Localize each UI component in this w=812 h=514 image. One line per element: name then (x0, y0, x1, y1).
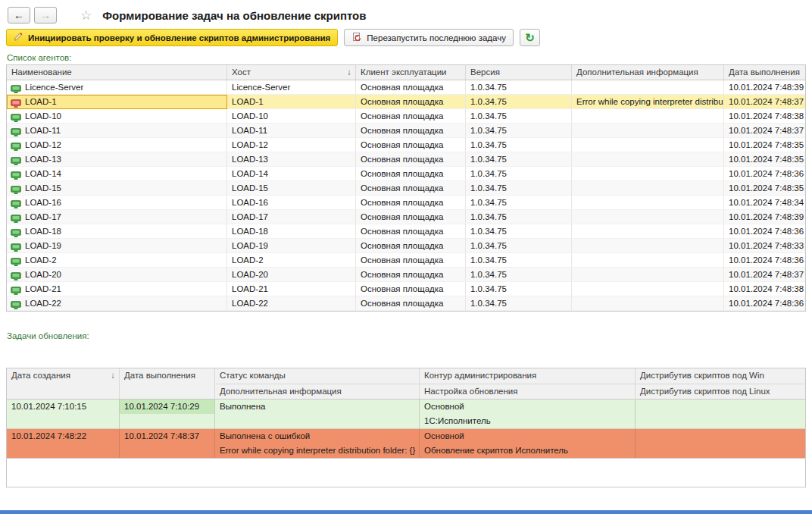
table-row[interactable]: LOAD-16 LOAD-16 Основная площадка 1.0.34… (7, 196, 805, 210)
agent-name: Licence-Server (25, 80, 83, 94)
agent-name: LOAD-11 (25, 124, 61, 137)
column-header-client[interactable]: Клиент эксплуатации (356, 65, 466, 80)
column-header-created[interactable]: Дата создания↓ (7, 368, 120, 399)
table-row[interactable]: LOAD-12 LOAD-12 Основная площадка 1.0.34… (7, 138, 805, 152)
task-row[interactable]: 10.01.2024 7:48:22 10.01.2024 7:48:37 Вы… (7, 429, 805, 459)
agent-version: 1.0.34.75 (466, 253, 572, 268)
init-update-label: Инициировать проверку и обновление скрип… (28, 33, 330, 42)
agent-host: LOAD-11 (227, 124, 356, 138)
column-header-distributives[interactable]: Дистрибутив скриптов под Win Дистрибутив… (636, 368, 805, 399)
table-row[interactable]: LOAD-13 LOAD-13 Основная площадка 1.0.34… (7, 152, 805, 167)
agent-status-icon (11, 256, 21, 265)
tasks-section-label: Задачи обновления: (7, 331, 812, 340)
task-contour: Основной (420, 400, 635, 414)
agent-host: Licence-Server (227, 80, 356, 95)
agent-status-icon (11, 98, 21, 106)
agent-version: 1.0.34.75 (466, 282, 572, 296)
agent-info (572, 167, 724, 181)
sort-desc-icon: ↓ (347, 65, 351, 80)
agent-name-cell: LOAD-21 (7, 282, 227, 296)
column-header-contour-setting[interactable]: Контур администрирования Настройка обнов… (420, 368, 636, 399)
table-row[interactable]: LOAD-15 LOAD-15 Основная площадка 1.0.34… (7, 181, 805, 196)
agent-exec-date: 10.01.2024 7:48:33 (724, 239, 805, 253)
table-row[interactable]: LOAD-17 LOAD-17 Основная площадка 1.0.34… (7, 210, 805, 224)
column-header-date[interactable]: Дата выполнения (724, 65, 805, 80)
task-additional-info (215, 414, 419, 428)
agent-version: 1.0.34.75 (466, 196, 572, 210)
agent-exec-date: 10.01.2024 7:48:35 (724, 152, 805, 167)
table-row[interactable]: LOAD-10 LOAD-10 Основная площадка 1.0.34… (7, 109, 805, 124)
favorite-star-icon[interactable]: ☆ (80, 8, 92, 24)
column-header-contour-label: Контур администрирования (424, 368, 536, 384)
task-contour-cell: Основной Обновление скриптов Исполнитель (420, 429, 636, 458)
column-header-info-label: Дополнительная информация (576, 65, 698, 80)
column-header-info[interactable]: Дополнительная информация (572, 65, 724, 80)
agent-info (572, 124, 724, 138)
agents-table: Наименование Хост↓ Клиент эксплуатации В… (6, 64, 806, 312)
agent-host: LOAD-10 (227, 109, 356, 124)
agent-version: 1.0.34.75 (466, 224, 572, 239)
agent-version: 1.0.34.75 (466, 80, 572, 95)
task-created-cell: 10.01.2024 7:10:15 (7, 400, 120, 428)
agent-name: LOAD-1 (25, 95, 57, 108)
init-update-button[interactable]: Инициировать проверку и обновление скрип… (6, 29, 338, 46)
agent-info (572, 253, 724, 268)
agent-info (572, 239, 724, 253)
table-row[interactable]: LOAD-20 LOAD-20 Основная площадка 1.0.34… (7, 268, 805, 282)
agent-info (572, 181, 724, 196)
column-header-created-label: Дата создания (11, 368, 70, 384)
agent-client: Основная площадка (356, 95, 466, 109)
table-row[interactable]: LOAD-11 LOAD-11 Основная площадка 1.0.34… (7, 124, 805, 138)
task-dist-win (636, 429, 805, 443)
agent-name-cell: LOAD-17 (7, 210, 227, 224)
column-header-host-label: Хост (232, 65, 251, 80)
forward-button[interactable]: → (34, 7, 57, 24)
column-header-executed[interactable]: Дата выполнения (120, 368, 215, 399)
agent-info (572, 224, 724, 239)
tasks-table-empty-area (7, 459, 805, 487)
task-executed-date: 10.01.2024 7:10:29 (120, 400, 214, 414)
agent-exec-date: 10.01.2024 7:48:35 (724, 181, 805, 196)
column-header-setting-label: Настройка обновления (424, 384, 518, 399)
agent-info (572, 152, 724, 167)
agent-status-icon (11, 127, 21, 135)
back-button[interactable]: ← (8, 7, 30, 24)
agent-client: Основная площадка (356, 296, 466, 311)
agent-host: LOAD-2 (227, 253, 356, 268)
agent-version: 1.0.34.75 (466, 152, 572, 167)
agent-client: Основная площадка (356, 253, 466, 268)
table-row[interactable]: LOAD-18 LOAD-18 Основная площадка 1.0.34… (7, 224, 805, 239)
column-header-host[interactable]: Хост↓ (227, 65, 356, 80)
column-header-version-label: Версия (470, 65, 500, 80)
table-row[interactable]: LOAD-1 LOAD-1 Основная площадка 1.0.34.7… (7, 95, 805, 109)
table-row[interactable]: LOAD-21 LOAD-21 Основная площадка 1.0.34… (7, 282, 805, 296)
task-status-cell: Выполнена (215, 400, 420, 428)
agent-name-cell: LOAD-2 (7, 253, 227, 268)
column-header-version[interactable]: Версия (466, 65, 572, 80)
task-additional-info: Error while copying interpreter distribu… (215, 443, 419, 458)
table-row[interactable]: Licence-Server Licence-Server Основная п… (7, 80, 805, 95)
agent-status-icon (11, 83, 21, 92)
agent-status-icon (11, 199, 21, 207)
column-header-name[interactable]: Наименование (7, 65, 227, 80)
column-header-status-info[interactable]: Статус команды Дополнительная информация (215, 368, 420, 399)
task-update-setting: 1С:Исполнитель (420, 414, 635, 428)
table-row[interactable]: LOAD-14 LOAD-14 Основная площадка 1.0.34… (7, 167, 805, 181)
table-row[interactable]: LOAD-22 LOAD-22 Основная площадка 1.0.34… (7, 296, 805, 311)
agent-exec-date: 10.01.2024 7:48:37 (724, 268, 805, 282)
refresh-button[interactable]: ↻ (520, 29, 540, 46)
restart-last-task-button[interactable]: Перезапустить последнюю задачу (344, 29, 514, 46)
agent-status-icon (11, 299, 21, 308)
agent-status-icon (11, 170, 21, 178)
table-row[interactable]: LOAD-19 LOAD-19 Основная площадка 1.0.34… (7, 239, 805, 253)
agent-version: 1.0.34.75 (466, 124, 572, 138)
agent-client: Основная площадка (356, 210, 466, 224)
agent-name: LOAD-17 (25, 210, 61, 224)
forward-arrow-icon: → (40, 9, 51, 21)
column-header-name-label: Наименование (11, 65, 72, 80)
agent-exec-date: 10.01.2024 7:48:36 (724, 224, 805, 239)
table-row[interactable]: LOAD-2 LOAD-2 Основная площадка 1.0.34.7… (7, 253, 805, 268)
task-row[interactable]: 10.01.2024 7:10:15 10.01.2024 7:10:29 Вы… (7, 400, 805, 429)
agent-exec-date: 10.01.2024 7:48:36 (724, 296, 805, 311)
agent-info (572, 282, 724, 296)
